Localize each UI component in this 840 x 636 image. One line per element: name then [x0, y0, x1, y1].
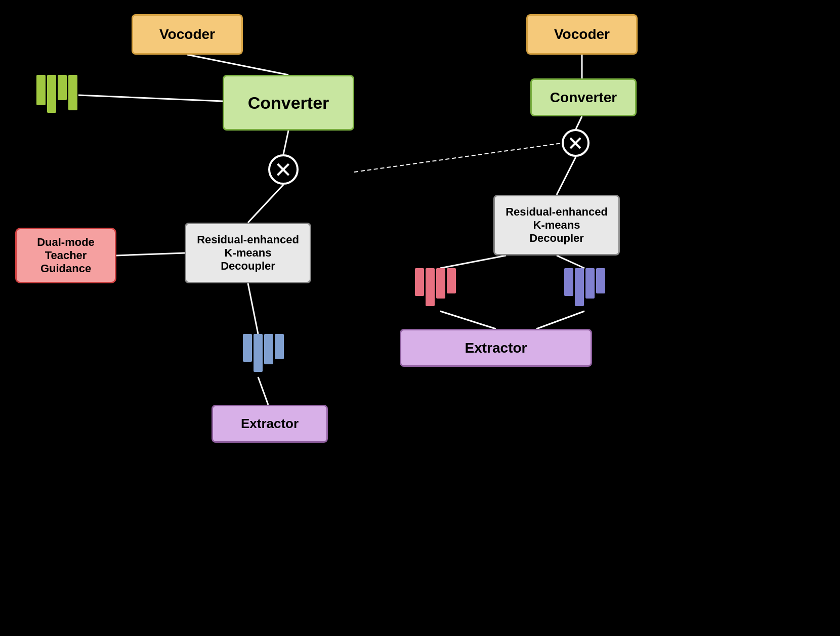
svg-line-2 — [248, 185, 283, 223]
multiply-symbol-right — [562, 129, 590, 157]
svg-line-5 — [248, 283, 258, 334]
decoupler-left-node: Residual-enhanced K-means Decoupler — [185, 223, 311, 283]
decoupler-right-node: Residual-enhanced K-means Decoupler — [493, 195, 620, 256]
svg-line-0 — [187, 55, 288, 75]
grid-icon-pink — [415, 268, 456, 306]
converter-left-node: Converter — [223, 75, 354, 131]
extractor-right-node: Extractor — [400, 329, 592, 367]
svg-line-1 — [283, 131, 288, 154]
converter-right-node: Converter — [530, 78, 637, 116]
extractor-left-node: Extractor — [212, 405, 328, 443]
svg-line-4 — [116, 253, 185, 256]
vocoder-left-node: Vocoder — [132, 14, 243, 55]
multiply-symbol-left — [268, 154, 299, 185]
svg-line-6 — [258, 377, 268, 405]
vocoder-right-node: Vocoder — [526, 14, 638, 55]
svg-line-13 — [536, 311, 584, 329]
grid-icon-green — [36, 75, 77, 113]
grid-icon-blue-left — [243, 334, 284, 372]
svg-line-9 — [557, 157, 576, 195]
grid-icon-blue-right — [564, 268, 605, 306]
dual-mode-node: Dual-mode Teacher Guidance — [15, 228, 116, 283]
svg-line-10 — [440, 256, 506, 268]
svg-line-8 — [576, 116, 582, 129]
svg-line-3 — [78, 95, 223, 101]
svg-line-12 — [440, 311, 496, 329]
svg-line-11 — [557, 256, 584, 268]
svg-line-14 — [354, 143, 562, 172]
